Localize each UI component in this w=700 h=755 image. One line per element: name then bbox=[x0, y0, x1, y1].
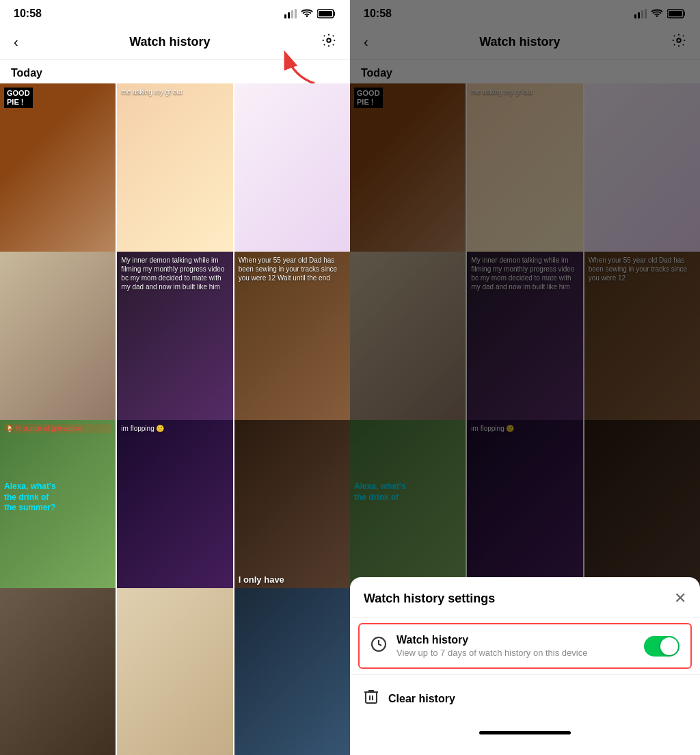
left-phone-panel: 10:58 ‹ Watch history bbox=[0, 0, 350, 755]
overlay-2: me asking my gf out bbox=[121, 88, 228, 96]
wifi-icon bbox=[301, 9, 313, 18]
grenadine-label: 🍹 ½ ounce of grenadine bbox=[4, 424, 111, 433]
overlay-6: When your 55 year old Dad has been sewin… bbox=[239, 256, 346, 282]
watch-history-settings-sheet: Watch history settings ✕ Watch history V… bbox=[350, 577, 700, 755]
sheet-header: Watch history settings ✕ bbox=[350, 577, 700, 618]
sheet-divider bbox=[350, 674, 700, 675]
left-section-label: Today bbox=[0, 60, 350, 83]
svg-rect-0 bbox=[284, 14, 286, 18]
sheet-close-button[interactable]: ✕ bbox=[674, 591, 686, 606]
sheet-title: Watch history settings bbox=[364, 592, 495, 606]
good-pie-badge: GOODPIE ! bbox=[4, 88, 33, 108]
svg-rect-42 bbox=[366, 692, 377, 703]
left-status-icons bbox=[284, 9, 336, 18]
gear-icon bbox=[321, 33, 336, 48]
toggle-thumb bbox=[660, 637, 678, 655]
overlay-8: im flopping 🙂 bbox=[121, 424, 228, 433]
clear-history-label: Clear history bbox=[388, 693, 455, 705]
svg-rect-1 bbox=[288, 12, 290, 18]
left-nav-title: Watch history bbox=[129, 35, 210, 49]
left-back-button[interactable]: ‹ bbox=[11, 31, 21, 53]
clear-history-row[interactable]: Clear history bbox=[350, 678, 700, 720]
right-phone-panel: 10:58 bbox=[350, 0, 700, 755]
trash-icon bbox=[364, 689, 379, 705]
watch-history-icon bbox=[371, 636, 387, 657]
left-nav-bar: ‹ Watch history bbox=[0, 25, 350, 60]
overlay-cyan-7: Alexa, what'sthe drink ofthe summer? bbox=[4, 481, 56, 514]
video-thumb-11[interactable]: 2.2M bbox=[117, 588, 232, 755]
left-settings-button[interactable] bbox=[319, 30, 339, 54]
signal-icon bbox=[284, 9, 297, 18]
svg-rect-2 bbox=[291, 10, 293, 18]
watch-history-sublabel: View up to 7 days of watch history on th… bbox=[396, 648, 634, 658]
video-thumb-10[interactable]: LIKED THEMCOOKED ?! 45.5M bbox=[0, 588, 116, 755]
left-video-grid: GOODPIE ! 50.9M me asking my gf out 226 … bbox=[0, 83, 350, 755]
clear-history-icon bbox=[364, 689, 379, 709]
svg-point-4 bbox=[306, 15, 308, 17]
clock-icon bbox=[371, 636, 387, 652]
watch-history-content: Watch history View up to 7 days of watch… bbox=[396, 634, 634, 658]
watch-history-label: Watch history bbox=[396, 634, 634, 646]
left-status-time: 10:58 bbox=[14, 8, 42, 20]
svg-point-7 bbox=[327, 38, 331, 42]
battery-icon bbox=[317, 9, 336, 18]
watch-history-row[interactable]: Watch history View up to 7 days of watch… bbox=[358, 623, 692, 669]
watch-history-toggle[interactable] bbox=[644, 636, 679, 657]
left-status-bar: 10:58 bbox=[0, 0, 350, 25]
video-thumb-12[interactable]: 790 bbox=[234, 588, 350, 755]
overlay-5: My inner demon talking while im filming … bbox=[121, 256, 228, 291]
svg-rect-6 bbox=[319, 11, 332, 16]
svg-rect-3 bbox=[295, 9, 297, 18]
home-indicator bbox=[479, 731, 571, 734]
